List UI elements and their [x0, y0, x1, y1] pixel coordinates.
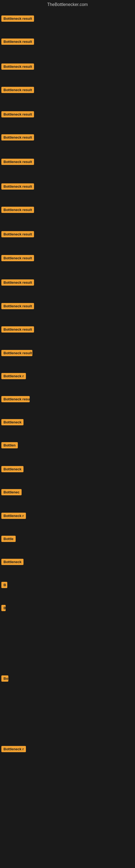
bottleneck-item: Bottleneck result: [1, 255, 34, 262]
bottleneck-item: Bottleneck result: [1, 87, 34, 94]
bottleneck-badge: Bottleneck result: [1, 183, 34, 190]
bottleneck-item: Bottleneck result: [1, 279, 34, 287]
bottleneck-badge: Bottleneck result: [1, 326, 34, 333]
bottleneck-item: Bottleneck result: [1, 38, 34, 46]
bottleneck-item: Bottle: [1, 536, 16, 543]
bottleneck-badge: Bottleneck result: [1, 134, 34, 141]
bottleneck-item: Bottleneck: [1, 466, 24, 473]
bottleneck-badge: Bottleneck result: [1, 111, 34, 118]
site-title: TheBottlenecker.com: [0, 0, 135, 9]
bottleneck-badge: Bottleneck result: [1, 350, 32, 356]
bottleneck-badge: Bottleneck result: [1, 63, 34, 70]
bottleneck-badge: Bo: [1, 675, 8, 682]
bottleneck-badge: Bottleneck r: [1, 513, 26, 519]
bottleneck-item: Bottleneck result: [1, 159, 34, 166]
bottleneck-item: Bottleneck result: [1, 303, 34, 310]
bottleneck-badge: Bottleneck result: [1, 279, 34, 286]
bottleneck-badge: Bottleneck result: [1, 255, 34, 261]
bottleneck-badge: Bottlen: [1, 442, 18, 448]
bottleneck-badge: Bottleneck r: [1, 746, 26, 752]
bottleneck-item: B: [1, 605, 6, 612]
bottleneck-badge: Bottleneck result: [1, 303, 34, 309]
bottleneck-badge: Bottleneck: [1, 466, 24, 472]
bottleneck-badge: Bottleneck: [1, 419, 24, 425]
bottleneck-item: Bottleneck result: [1, 16, 34, 23]
bottleneck-badge: Bottleneck: [1, 559, 24, 565]
bottleneck-badge: B: [1, 582, 7, 588]
bottleneck-badge: Bottleneck result: [1, 231, 34, 237]
bottleneck-badge: Bottleneck result: [1, 207, 34, 213]
bottleneck-badge: Bottleneck r: [1, 373, 26, 379]
bottleneck-badge: Bottlenec: [1, 489, 21, 495]
bottleneck-badge: Bottleneck result: [1, 38, 34, 45]
bottleneck-item: Bottleneck result: [1, 326, 34, 334]
bottleneck-item: Bottlen: [1, 442, 18, 450]
bottleneck-item: Bottleneck result: [1, 231, 34, 239]
bottleneck-item: Bottleneck result: [1, 207, 34, 214]
bottleneck-badge: Bottle: [1, 536, 16, 542]
bottleneck-badge: Bottleneck result: [1, 159, 34, 165]
bottleneck-item: Bottleneck result: [1, 111, 34, 119]
bottleneck-item: B: [1, 582, 7, 589]
bottleneck-badge: Bottleneck result: [1, 87, 34, 93]
bottleneck-item: Bottleneck r: [1, 746, 26, 753]
bottleneck-item: Bottleneck resu: [1, 396, 30, 403]
bottleneck-item: Bo: [1, 675, 8, 683]
bottleneck-badge: Bottleneck resu: [1, 396, 30, 402]
bottleneck-item: Bottleneck r: [1, 513, 26, 520]
bottleneck-item: Bottleneck result: [1, 183, 34, 191]
bottleneck-item: Bottleneck result: [1, 63, 34, 71]
bottleneck-item: Bottleneck: [1, 559, 24, 566]
bottleneck-badge: B: [1, 605, 6, 611]
bottleneck-item: Bottleneck result: [1, 350, 32, 357]
bottleneck-item: Bottlenec: [1, 489, 21, 496]
bottleneck-item: Bottleneck r: [1, 373, 26, 380]
bottleneck-item: Bottleneck: [1, 419, 24, 426]
bottleneck-badge: Bottleneck result: [1, 16, 34, 22]
bottleneck-item: Bottleneck result: [1, 134, 34, 142]
